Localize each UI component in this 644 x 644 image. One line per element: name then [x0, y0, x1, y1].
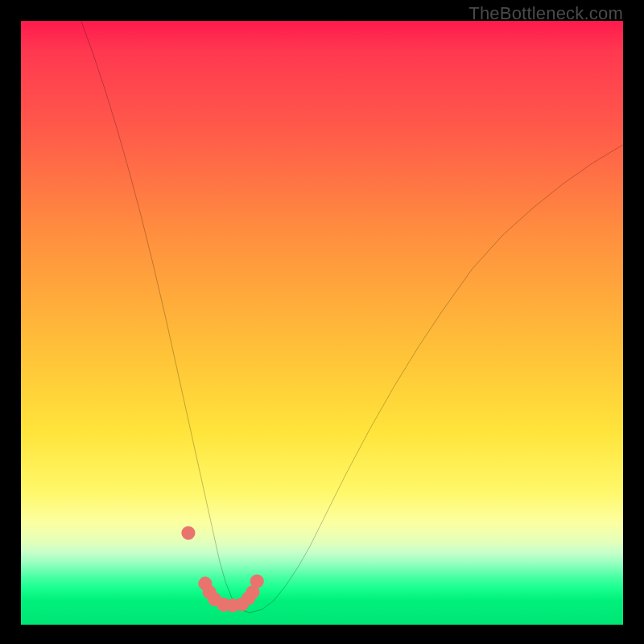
curve-line — [81, 21, 623, 613]
curve-path — [81, 21, 623, 613]
watermark-text: TheBottleneck.com — [469, 3, 623, 24]
marker-dot — [250, 574, 264, 588]
plot-svg — [21, 21, 623, 625]
marker-dot — [181, 526, 195, 539]
data-markers — [181, 526, 263, 612]
chart-area — [21, 21, 623, 625]
